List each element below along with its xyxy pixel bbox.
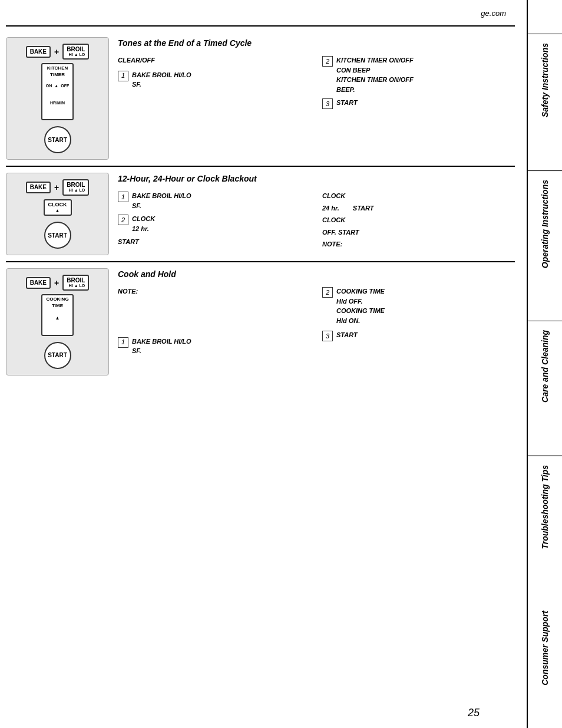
s2-right-clock1: CLOCK bbox=[322, 191, 515, 201]
section-tones: BAKE + BROIL HI ▲ LO KITCHEN TIMER bbox=[6, 31, 515, 167]
s2-step1-item: 1 BAKE BROIL HI/LO SF. bbox=[118, 191, 310, 210]
plus-1: + bbox=[54, 47, 59, 57]
section1-text: Tones at the End of a Timed Cycle CLEAR/… bbox=[118, 37, 515, 113]
broil-sub-3: HI ▲ LO bbox=[67, 284, 85, 288]
s3-step2-text1: COOKING TIME bbox=[336, 288, 385, 295]
bake-key-1: BAKE bbox=[26, 46, 51, 58]
s3-spacer bbox=[118, 301, 310, 337]
s2-step1-sub: SF. bbox=[132, 202, 141, 209]
start-btn-3: START bbox=[44, 342, 71, 369]
start-btn-1: START bbox=[44, 126, 71, 153]
kitchen-timer-arrows: ON ▲ OFF bbox=[46, 83, 69, 88]
panel-diagram-3: BAKE + BROIL HI ▲ LO COOKING TIME ▲ bbox=[6, 268, 109, 375]
s3-step3-main: START bbox=[336, 331, 358, 338]
s2-right-off: OFF. START bbox=[322, 228, 515, 238]
s2-right-24hr-text: 24 hr. bbox=[322, 205, 339, 212]
s3-step2-text3: COOKING TIME bbox=[336, 307, 385, 314]
s3-step1-num: 1 bbox=[118, 337, 128, 348]
bake-key-2: BAKE bbox=[26, 182, 51, 193]
section-cook-hold: BAKE + BROIL HI ▲ LO COOKING TIME ▲ bbox=[6, 262, 515, 381]
s2-start-line: START bbox=[118, 237, 310, 247]
broil-key-3: BROIL HI ▲ LO bbox=[62, 275, 89, 291]
step2-text2: CON BEEP bbox=[336, 67, 370, 74]
start-btn-2: START bbox=[44, 222, 71, 249]
broil-key-2: BROIL HI ▲ LO bbox=[62, 179, 89, 195]
clock-key: CLOCK ▲ bbox=[44, 199, 72, 216]
top-divider bbox=[6, 25, 515, 27]
s2-start-text: START bbox=[118, 238, 139, 245]
s2-step2-sub: 12 hr. bbox=[132, 225, 149, 232]
s3-step1-main: BAKE BROIL HI/LO bbox=[132, 338, 191, 345]
s3-step1-text: BAKE BROIL HI/LO SF. bbox=[132, 337, 191, 356]
page-number: 25 bbox=[468, 707, 480, 719]
panel-row-1: BAKE + BROIL HI ▲ LO bbox=[26, 44, 90, 60]
plus-2: + bbox=[54, 183, 59, 192]
step2-text1: KITCHEN TIMER ON/OFF bbox=[336, 57, 414, 64]
s2-right-clock1-text: CLOCK bbox=[322, 192, 345, 199]
step2-text: KITCHEN TIMER ON/OFF CON BEEP KITCHEN TI… bbox=[336, 55, 414, 94]
s2-step1-main: BAKE BROIL HI/LO bbox=[132, 192, 191, 199]
broil-sub-1: HI ▲ LO bbox=[67, 52, 85, 57]
s3-step1-item: 1 BAKE BROIL HI/LO SF. bbox=[118, 337, 310, 356]
panel-row-6: COOKING TIME ▲ bbox=[41, 294, 73, 335]
step3-item: 3 START bbox=[322, 98, 515, 109]
s3-step2-num: 2 bbox=[322, 287, 333, 298]
s2-note: NOTE: bbox=[322, 239, 515, 249]
section3-text: Cook and Hold NOTE: 1 BAKE BROIL HI/LO S… bbox=[118, 268, 515, 360]
step1-num: 1 bbox=[118, 71, 128, 81]
page-container: ge.com BAKE + BROIL HI ▲ LO bbox=[0, 0, 562, 728]
steps-columns-1: CLEAR/OFF 1 BAKE BROIL HI/LO SF. bbox=[118, 55, 515, 113]
cooking-time-key: COOKING TIME ▲ bbox=[41, 294, 73, 335]
s2-right-start1: START bbox=[353, 205, 374, 212]
step1-main: BAKE BROIL HI/LO bbox=[132, 71, 191, 78]
s2-right-clock2: CLOCK bbox=[322, 215, 515, 225]
s2-right-24hr: 24 hr. START bbox=[322, 203, 515, 213]
s2-step2-item: 2 CLOCK 12 hr. bbox=[118, 214, 310, 233]
broil-sub-2: HI ▲ LO bbox=[67, 188, 85, 193]
step2-num: 2 bbox=[322, 56, 333, 67]
s3-step2-item: 2 COOKING TIME Hld OFF. COOKING TIME Hld… bbox=[322, 286, 515, 325]
s3-step3-num: 3 bbox=[322, 331, 333, 341]
steps-col-right-1: 2 KITCHEN TIMER ON/OFF CON BEEP KITCHEN … bbox=[322, 55, 515, 113]
kitchen-timer-key: KITCHEN TIMER ON ▲ OFF HR/MIN bbox=[41, 63, 74, 120]
panel-diagram-1: BAKE + BROIL HI ▲ LO KITCHEN TIMER bbox=[6, 37, 109, 160]
s2-step1-text: BAKE BROIL HI/LO SF. bbox=[132, 191, 191, 210]
steps-columns-2: 1 BAKE BROIL HI/LO SF. 2 CLOCK 12 hr. bbox=[118, 191, 515, 249]
steps-columns-3: NOTE: 1 BAKE BROIL HI/LO SF. bbox=[118, 286, 515, 360]
sidebar-troubleshooting: Troubleshooting Tips bbox=[528, 456, 562, 558]
step3-num: 3 bbox=[322, 98, 333, 109]
step3-main: START bbox=[336, 99, 358, 106]
plus-3: + bbox=[54, 278, 59, 288]
steps-col-left-3: NOTE: 1 BAKE BROIL HI/LO SF. bbox=[118, 286, 310, 360]
hr-min-label: HR/MIN bbox=[46, 100, 69, 106]
sidebar-consumer: Consumer Support bbox=[528, 602, 562, 694]
sidebar-operating: Operating Instructions bbox=[528, 170, 562, 277]
panel-row-3: BAKE + BROIL HI ▲ LO bbox=[26, 179, 90, 195]
s2-step1-num: 1 bbox=[118, 192, 128, 202]
s2-step2-text: CLOCK 12 hr. bbox=[132, 214, 155, 233]
sidebar-safety: Safety Instructions bbox=[528, 34, 562, 126]
panel-diagram-2: BAKE + BROIL HI ▲ LO CLOCK ▲ bbox=[6, 173, 109, 255]
bake-key-3: BAKE bbox=[26, 277, 51, 289]
main-content: ge.com BAKE + BROIL HI ▲ LO bbox=[0, 0, 527, 728]
steps-col-right-2: CLOCK 24 hr. START CLOCK OFF. START bbox=[322, 191, 515, 249]
sidebar: Safety Instructions Operating Instructio… bbox=[527, 0, 562, 728]
s2-right-clock2-text: CLOCK bbox=[322, 216, 345, 223]
s3-note-line: NOTE: bbox=[118, 286, 310, 297]
section2-text: 12-Hour, 24-Hour or Clock Blackout 1 BAK… bbox=[118, 173, 515, 249]
s3-note-text: NOTE: bbox=[118, 288, 138, 295]
section3-title: Cook and Hold bbox=[118, 268, 515, 281]
section1-title: Tones at the End of a Timed Cycle bbox=[118, 37, 515, 50]
section2-title: 12-Hour, 24-Hour or Clock Blackout bbox=[118, 173, 515, 185]
s3-step3-item: 3 START bbox=[322, 330, 515, 341]
step1-sub: SF. bbox=[132, 81, 141, 88]
s2-note-text: NOTE: bbox=[322, 241, 342, 248]
panel-row-4: CLOCK ▲ bbox=[44, 199, 72, 216]
s2-right-start2: START bbox=[338, 229, 359, 236]
clear-off-line: CLEAR/OFF bbox=[118, 55, 310, 65]
sidebar-care: Care and Cleaning bbox=[528, 321, 562, 411]
step1-text: BAKE BROIL HI/LO SF. bbox=[132, 70, 191, 90]
step2-item: 2 KITCHEN TIMER ON/OFF CON BEEP KITCHEN … bbox=[322, 55, 515, 94]
step2-text3: KITCHEN TIMER ON/OFF bbox=[336, 76, 414, 83]
steps-col-left-1: CLEAR/OFF 1 BAKE BROIL HI/LO SF. bbox=[118, 55, 310, 113]
